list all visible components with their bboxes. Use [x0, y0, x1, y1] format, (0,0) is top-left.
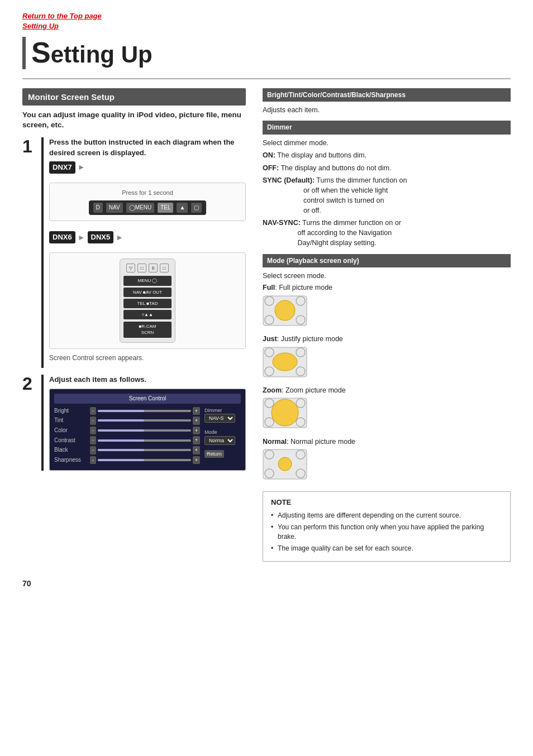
screen-title-bar: Screen Control [54, 394, 241, 404]
dnx65-device: ▽ □ ⎘ □ MENU ◯ NAV ■AV OUT TEL ■TAD ▿▲▲ [120, 259, 175, 342]
svg-point-11 [273, 353, 297, 371]
right-heading-1: Bright/Tint/Color/Contrast/Black/Sharpne… [263, 88, 511, 102]
mode-normal: Normal: Normal picture mode [263, 437, 511, 483]
dnx65-nav-btn[interactable]: NAV ■AV OUT [123, 288, 172, 297]
dimmer-select[interactable]: NAV-SYNC [204, 414, 235, 423]
dnx7-device: D NAV ◯MENU TEL ▲ ▢ [89, 200, 207, 215]
step-1-number: 1 [22, 137, 36, 155]
sharpness-minus[interactable]: - [90, 456, 96, 465]
step-2-number: 2 [22, 375, 36, 393]
dnx7-up-btn[interactable]: ▲ [177, 203, 188, 213]
contrast-minus[interactable]: - [90, 436, 96, 444]
dnx7-menu-btn[interactable]: ◯MENU [126, 203, 154, 213]
dnx65-vol-btn[interactable]: ▿▲▲ [123, 310, 172, 319]
mode-just-svg [263, 347, 307, 377]
setup-row-color: Color - + [54, 427, 200, 435]
dnx6-arrow: ► [78, 232, 85, 243]
mode-normal-label: Normal: Normal picture mode [263, 437, 511, 447]
mode-normal-svg [263, 449, 307, 480]
mode-zoom: Zoom: Zoom picture mode [263, 386, 511, 432]
step-2-bar [41, 375, 44, 471]
step-1-bar [41, 137, 44, 368]
right-text-dimmer-intro: Select dimmer mode. [263, 138, 511, 148]
mode-just-label: Just: Justify picture mode [263, 334, 511, 344]
black-minus[interactable]: - [90, 446, 96, 454]
mode-full-label: Full: Full picture mode [263, 283, 511, 293]
icon-square: □ [137, 264, 146, 272]
black-plus[interactable]: + [193, 446, 200, 454]
dnx7-tel-btn[interactable]: TEL [158, 203, 173, 213]
step-2: 2 Adjust each item as follows. Screen Co… [22, 375, 246, 471]
icon-back: ⎘ [149, 264, 158, 272]
page-number: 70 [22, 578, 511, 590]
dnx7-arrow: ► [78, 162, 85, 173]
note-item-2: You can perform this function only when … [271, 523, 502, 542]
breadcrumb-link2[interactable]: Setting Up [22, 22, 59, 30]
dnx65-icons-row: ▽ □ ⎘ □ [123, 264, 172, 272]
dnx65-menu-btn[interactable]: MENU ◯ [123, 276, 172, 285]
dnx7-nav-btn[interactable]: NAV [106, 203, 123, 213]
tint-plus[interactable]: + [193, 417, 200, 425]
dnx6-badge: DNX6 [49, 231, 75, 243]
dnx65-scrn-btn[interactable]: ■R-CAMSCRN [123, 322, 172, 337]
dnx7-badge: DNX7 [49, 161, 75, 174]
dimmer-control: Dimmer NAV-SYNC [204, 407, 241, 423]
screen-control-text: Screen Control screen appears. [49, 353, 246, 363]
svg-point-24 [278, 457, 292, 471]
note-heading: NOTE [271, 497, 502, 508]
breadcrumb-link1[interactable]: Return to the Top page [22, 12, 102, 20]
contrast-plus[interactable]: + [193, 436, 200, 444]
intro-text: You can adjust image quality in iPod vid… [22, 110, 246, 131]
setup-row-bright: Bright - + [54, 407, 200, 415]
tint-minus[interactable]: - [90, 417, 96, 425]
bright-minus[interactable]: - [90, 407, 96, 415]
right-heading-dimmer: Dimmer [263, 121, 511, 135]
dnx65-group: DNX6 ► DNX5 ► [49, 231, 125, 243]
dnx7-od-btn[interactable]: D [93, 203, 103, 213]
setup-row-tint: Tint - + [54, 417, 200, 425]
mode-zoom-svg [263, 398, 307, 428]
setup-screen: Screen Control Bright - + [49, 389, 246, 471]
dnx65-tel-btn[interactable]: TEL ■TAD [123, 299, 172, 308]
dnx7-rect-btn[interactable]: ▢ [191, 203, 202, 213]
dnx7-diagram: Press for 1 second D NAV ◯MENU TEL ▲ ▢ [49, 183, 246, 221]
dimmer-nav-sync: NAV-SYNC: Turns the dimmer function on o… [263, 218, 511, 248]
dnx7-group: DNX7 ► [49, 161, 87, 174]
mode-just: Just: Justify picture mode [263, 334, 511, 380]
sharpness-plus[interactable]: + [193, 456, 200, 465]
section-heading-monitor: Monitor Screen Setup [22, 88, 246, 106]
setup-row-black: Black - + [54, 446, 200, 454]
press-label: Press for 1 second [55, 189, 240, 197]
icon-triangle: ▽ [126, 264, 135, 272]
svg-point-5 [275, 300, 295, 320]
note-item-3: The image quality can be set for each so… [271, 544, 502, 553]
step-1: 1 Press the button instructed in each di… [22, 137, 246, 368]
step-2-text: Adjust each item as follows. [49, 375, 246, 385]
mode-zoom-label: Zoom: Zoom picture mode [263, 386, 511, 396]
return-button[interactable]: Return [204, 450, 224, 458]
page-title: Setting Up [31, 37, 511, 69]
mode-full-svg [263, 295, 307, 326]
dnx5-badge: DNX5 [88, 231, 114, 243]
bright-plus[interactable]: + [193, 407, 200, 415]
step-1-text: Press the button instructed in each diag… [49, 137, 246, 157]
right-text-mode-intro: Select screen mode. [263, 271, 511, 281]
breadcrumb: Return to the Top page Setting Up [22, 11, 511, 31]
dimmer-off: OFF: The display and buttons do not dim. [263, 163, 511, 173]
note-item-1: Adjusting items are different depending … [271, 511, 502, 520]
color-plus[interactable]: + [193, 427, 200, 435]
icon-side: □ [160, 264, 169, 272]
mode-select[interactable]: Normal [204, 436, 235, 445]
right-heading-mode: Mode (Playback screen only) [263, 254, 511, 268]
setup-row-sharpness: Sharpness - + [54, 456, 200, 465]
setup-row-contrast: Contrast - + [54, 436, 200, 444]
dnx5-arrow: ► [116, 232, 123, 243]
mode-full: Full: Full picture mode [263, 283, 511, 329]
color-minus[interactable]: - [90, 427, 96, 435]
note-box: NOTE Adjusting items are different depen… [263, 491, 511, 561]
setup-right-controls: Dimmer NAV-SYNC Mode [204, 407, 241, 466]
dimmer-on: ON: The display and buttons dim. [263, 150, 511, 160]
right-text-adjusts: Adjusts each item. [263, 105, 511, 115]
mode-control: Mode Normal [204, 429, 241, 445]
dimmer-sync: SYNC (Default): Turns the dimmer functio… [263, 175, 511, 216]
